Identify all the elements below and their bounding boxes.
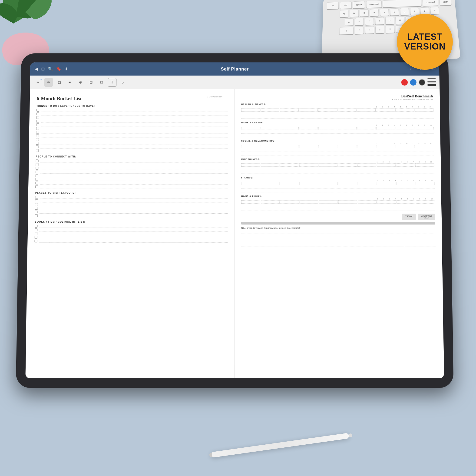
line [41,112,228,116]
share-icon[interactable]: ⬆ [64,67,68,71]
checkbox[interactable] [36,113,39,115]
checkbox[interactable] [35,185,38,188]
list-item [36,112,228,116]
checkbox[interactable] [36,120,39,122]
list-item [35,203,228,206]
line [40,203,228,206]
completed-label: COMPLETED: ___ [207,96,228,98]
line [40,167,228,170]
app-title: Self Planner [221,66,249,71]
mindfulness-bars [241,163,434,167]
checkbox[interactable] [36,127,39,130]
section-places: PLACES TO VISIT EXPLORE: [35,191,228,194]
bluetooth-tool[interactable]: ✏ ✳ [34,78,43,86]
checkbox[interactable] [35,174,38,177]
checkbox[interactable] [36,131,39,134]
camera-tool[interactable]: □ [97,78,106,86]
list-item [36,109,228,112]
color-blue[interactable] [410,79,416,85]
ipad-device: ◀ ⊞ 🔍 🔖 ⬆ Self Planner ↩ ↪ + × ✏ ✳ ✏ [16,53,454,388]
line [40,185,228,188]
color-black[interactable] [419,79,425,85]
list-item [35,195,228,199]
checkbox[interactable] [36,109,39,112]
checkbox[interactable] [36,116,39,119]
section-things-to-do: THINGS TO DO / EXPERIENCES TO HAVE: [36,105,228,107]
culture-checklist [34,224,228,243]
list-item [35,210,228,214]
checkbox[interactable] [35,207,38,210]
list-item [35,163,228,166]
checkbox[interactable] [36,138,39,141]
list-item [35,170,228,174]
rating-mindfulness: MINDFULNESS: 1 2 3 4 5 6 7 8 9 10 [241,158,434,174]
checkbox[interactable] [35,232,37,235]
text-tool[interactable]: T [108,78,117,86]
home-numbers: 1 2 3 4 5 6 7 8 9 10 [241,198,435,200]
checkbox[interactable] [35,236,37,239]
benchmark-subtitle: RATE 1-10 AND DECIDE CURRENT STATUS [241,99,433,101]
search-tool[interactable]: ⌕ [118,78,127,86]
checkbox[interactable] [35,170,38,173]
list-item [35,167,228,170]
health-bars [241,108,433,112]
search-icon[interactable]: 🔍 [48,67,53,71]
finance-numbers: 1 2 3 4 5 6 7 8 9 10 [241,180,435,181]
pencil-tool[interactable]: ✒ [65,78,74,86]
checkbox[interactable] [35,214,38,217]
checkbox[interactable] [36,159,39,162]
undo-icon[interactable]: ↩ [410,67,413,71]
benchmark-title: BestSelf Benchmark [241,94,433,98]
checkbox[interactable] [35,167,38,170]
ipad-screen: ◀ ⊞ 🔍 🔖 ⬆ Self Planner ↩ ↪ + × ✏ ✳ ✏ [25,62,444,378]
image-tool[interactable]: ⊡ [86,78,95,86]
work-numbers: 1 2 3 4 5 6 7 8 9 10 [241,124,434,126]
list-item [36,159,228,162]
line [41,138,228,141]
checkbox[interactable] [35,199,38,202]
line [39,232,228,235]
checkbox[interactable] [35,163,38,166]
checkbox[interactable] [35,228,37,231]
pen-size-selector[interactable] [427,78,436,87]
line [40,159,228,162]
pen-tool[interactable]: ✏ [44,78,53,86]
list-item [36,131,228,134]
checkbox[interactable] [36,146,39,148]
checkbox[interactable] [35,203,38,206]
rating-health: HEALTH & FITNESS: 1 2 3 4 5 6 7 8 9 10 [241,103,434,119]
latest-version-badge: LATEST VERSION [397,14,453,70]
checkbox[interactable] [34,240,37,242]
bookmark-icon[interactable]: 🔖 [56,67,61,71]
back-icon[interactable]: ◀ [35,67,38,71]
eraser-tool[interactable]: ◻ [55,78,64,86]
list-item [36,134,228,137]
toolbar-left: ✏ ✳ ✏ ◻ ✒ ⊙ ⊡ □ T ⌕ [34,78,127,86]
line [39,236,228,239]
line [41,116,228,119]
checkbox[interactable] [35,178,38,181]
lasso-tool[interactable]: ⊙ [76,78,85,86]
checkbox[interactable] [36,123,39,126]
finance-label: FINANCE: [241,177,435,179]
checkbox[interactable] [36,142,39,145]
list-item [35,174,228,177]
grid-icon[interactable]: ⊞ [41,67,45,71]
line [40,145,228,149]
checkbox[interactable] [36,149,39,152]
drawing-toolbar: ✏ ✳ ✏ ◻ ✒ ⊙ ⊡ □ T ⌕ [30,76,440,89]
color-red[interactable] [401,79,408,85]
checkbox[interactable] [35,196,38,199]
rating-work: WORK & CAREER: 1 2 3 4 5 6 7 8 9 10 [241,121,434,137]
checkbox[interactable] [35,211,38,213]
checkbox[interactable] [35,182,38,185]
average-label: AVERAGE: [421,215,432,217]
top-bar-left-controls: ◀ ⊞ 🔍 🔖 ⬆ [35,67,68,71]
line [41,123,228,126]
home-bars [241,200,435,204]
list-item [36,142,228,145]
line [41,127,228,130]
line [39,210,228,214]
checkbox[interactable] [35,225,37,228]
checkbox[interactable] [36,135,39,137]
